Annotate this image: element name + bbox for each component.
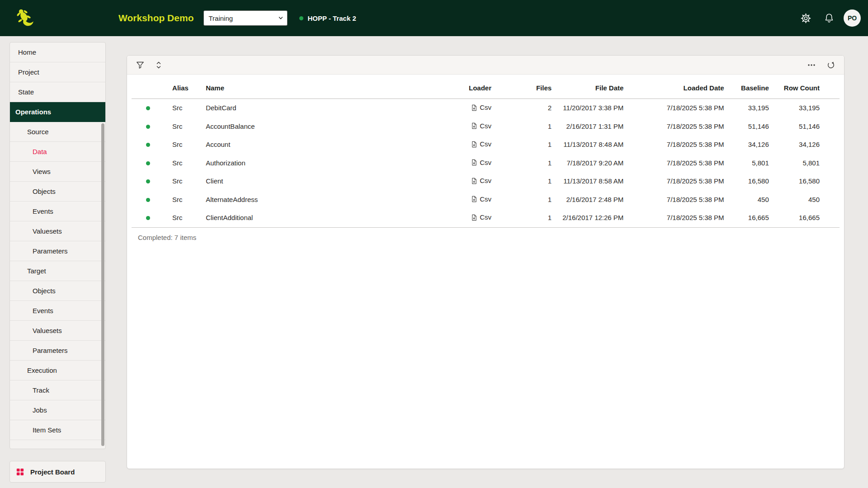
sidebar-item-valuesets[interactable]: Valuesets bbox=[10, 221, 105, 241]
sidebar-item-operations[interactable]: Operations bbox=[10, 102, 105, 122]
table-row[interactable]: Src AlternateAddress Csv 1 2/16/2017 2:4… bbox=[132, 191, 840, 209]
csv-file-icon bbox=[471, 159, 477, 166]
column-header-name[interactable]: Name bbox=[200, 77, 426, 99]
cell-file-date: 11/13/2017 8:48 AM bbox=[554, 136, 626, 154]
cell-files: 1 bbox=[494, 136, 554, 154]
environment-select[interactable]: Training bbox=[203, 10, 288, 26]
cell-name: ClientAdditional bbox=[200, 209, 426, 227]
settings-button[interactable] bbox=[797, 9, 815, 27]
cell-loader: Csv bbox=[426, 209, 494, 227]
cell-file-date: 11/13/2017 8:58 AM bbox=[554, 172, 626, 191]
sidebar-item-data[interactable]: Data bbox=[10, 142, 105, 162]
project-board-button[interactable]: Project Board bbox=[9, 461, 106, 483]
column-header-loaded-date[interactable]: Loaded Date bbox=[626, 77, 726, 99]
column-header-loader[interactable]: Loader bbox=[426, 77, 494, 99]
sidebar-scrollbar[interactable] bbox=[101, 123, 104, 446]
sidebar-item-target[interactable]: Target bbox=[10, 261, 105, 281]
cell-row-count: 5,801 bbox=[772, 154, 840, 173]
sidebar-item-project[interactable]: Project bbox=[10, 62, 105, 82]
sidebar-nav: HomeProjectStateOperationsSourceDataView… bbox=[9, 42, 106, 449]
cell-files: 1 bbox=[494, 209, 554, 227]
table-row[interactable]: Src ClientAdditional Csv 1 2/16/2017 12:… bbox=[132, 209, 840, 227]
more-button[interactable] bbox=[806, 59, 817, 71]
cell-row-count: 33,195 bbox=[772, 99, 840, 117]
cell-files: 1 bbox=[494, 154, 554, 173]
cell-loader: Csv bbox=[426, 99, 494, 117]
csv-file-icon bbox=[471, 214, 477, 221]
toolbar-right bbox=[806, 59, 837, 71]
cell-loaded-date: 7/18/2025 5:38 PM bbox=[626, 117, 726, 136]
sidebar-item-parameters[interactable]: Parameters bbox=[10, 241, 105, 261]
column-header-alias[interactable]: Alias bbox=[164, 77, 200, 99]
gear-icon bbox=[800, 13, 811, 24]
sidebar-item-jobs[interactable]: Jobs bbox=[10, 400, 105, 420]
column-header-files[interactable]: Files bbox=[494, 77, 554, 99]
sidebar-item-home[interactable]: Home bbox=[10, 42, 105, 62]
sidebar-item-execution[interactable]: Execution bbox=[10, 361, 105, 380]
cell-baseline: 16,580 bbox=[727, 172, 772, 191]
sidebar-item-events[interactable]: Events bbox=[10, 301, 105, 321]
completed-status: Completed: 7 items bbox=[132, 228, 840, 248]
cell-loaded-date: 7/18/2025 5:38 PM bbox=[626, 136, 726, 154]
notifications-button[interactable] bbox=[820, 9, 838, 27]
data-table: Alias Name Loader Files File Date Loaded… bbox=[132, 77, 840, 228]
cell-files: 1 bbox=[494, 191, 554, 209]
track-status-label: HOPP - Track 2 bbox=[307, 14, 356, 22]
cell-files: 1 bbox=[494, 172, 554, 191]
cell-name: Account bbox=[200, 136, 426, 154]
row-status-icon bbox=[146, 125, 150, 129]
cell-loader: Csv bbox=[426, 154, 494, 173]
cell-alias: Src bbox=[164, 136, 200, 154]
refresh-button[interactable] bbox=[825, 59, 837, 71]
table-row[interactable]: Src Account Csv 1 11/13/2017 8:48 AM 7/1… bbox=[132, 136, 840, 154]
app-header: Workshop Demo Training HOPP - Track 2 bbox=[0, 0, 868, 36]
table-row[interactable]: Src Authorization Csv 1 7/18/2017 9:20 A… bbox=[132, 154, 840, 173]
sort-button[interactable] bbox=[153, 59, 165, 71]
sidebar-item-objects[interactable]: Objects bbox=[10, 281, 105, 301]
row-status-icon bbox=[146, 198, 150, 202]
filter-icon bbox=[136, 61, 145, 70]
cell-row-count: 16,665 bbox=[772, 209, 840, 227]
cell-loaded-date: 7/18/2025 5:38 PM bbox=[626, 99, 726, 117]
filter-button[interactable] bbox=[134, 59, 146, 71]
data-card: Alias Name Loader Files File Date Loaded… bbox=[127, 55, 844, 469]
column-header-baseline[interactable]: Baseline bbox=[727, 77, 772, 99]
cell-row-count: 16,580 bbox=[772, 172, 840, 191]
table-row[interactable]: Src DebitCard Csv 2 11/20/2017 3:38 PM 7… bbox=[132, 99, 840, 117]
status-column-header bbox=[132, 77, 164, 99]
sidebar-item-source[interactable]: Source bbox=[10, 122, 105, 142]
card-toolbar bbox=[127, 56, 844, 75]
sidebar-item-track[interactable]: Track bbox=[10, 380, 105, 400]
sidebar-item-objects[interactable]: Objects bbox=[10, 182, 105, 202]
row-status-icon bbox=[146, 216, 150, 220]
cell-loader: Csv bbox=[426, 136, 494, 154]
table-row[interactable]: Src Client Csv 1 11/13/2017 8:58 AM 7/18… bbox=[132, 172, 840, 191]
cell-file-date: 7/18/2017 9:20 AM bbox=[554, 154, 626, 173]
user-avatar[interactable]: PO bbox=[844, 9, 861, 27]
sidebar-item-events[interactable]: Events bbox=[10, 202, 105, 221]
cell-alias: Src bbox=[164, 191, 200, 209]
cell-loaded-date: 7/18/2025 5:38 PM bbox=[626, 209, 726, 227]
bell-icon bbox=[824, 13, 835, 23]
cell-baseline: 5,801 bbox=[727, 154, 772, 173]
sidebar-item-views[interactable]: Views bbox=[10, 162, 105, 182]
table-row[interactable]: Src AccountBalance Csv 1 2/16/2017 1:31 … bbox=[132, 117, 840, 136]
column-header-file-date[interactable]: File Date bbox=[554, 77, 626, 99]
main-content: Alias Name Loader Files File Date Loaded… bbox=[106, 36, 868, 488]
cell-files: 2 bbox=[494, 99, 554, 117]
column-header-row-count[interactable]: Row Count bbox=[772, 77, 840, 99]
cell-alias: Src bbox=[164, 209, 200, 227]
sidebar-item-parameters[interactable]: Parameters bbox=[10, 341, 105, 361]
more-icon bbox=[807, 61, 816, 70]
sidebar-item-item-sets[interactable]: Item Sets bbox=[10, 420, 105, 440]
row-status-icon bbox=[146, 106, 150, 110]
row-status-icon bbox=[146, 143, 150, 147]
cell-row-count: 51,146 bbox=[772, 117, 840, 136]
cell-files: 1 bbox=[494, 117, 554, 136]
row-status-icon bbox=[146, 179, 150, 183]
sidebar-item-valuesets[interactable]: Valuesets bbox=[10, 321, 105, 341]
sidebar-item-state[interactable]: State bbox=[10, 82, 105, 102]
cell-baseline: 450 bbox=[727, 191, 772, 209]
status-dot-icon bbox=[299, 16, 303, 20]
cell-name: AccountBalance bbox=[200, 117, 426, 136]
